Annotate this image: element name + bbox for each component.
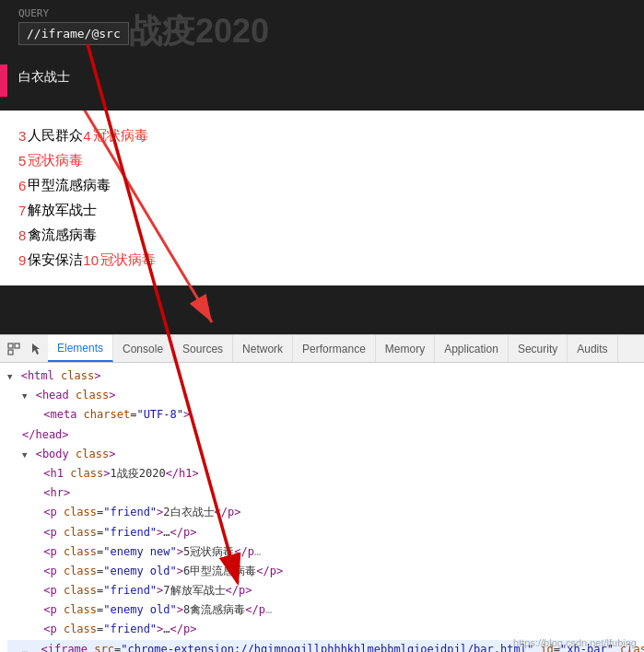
xml-line-h1: <h1 class>1战疫2020</h1> [7, 464, 637, 483]
xml-line-p-enemy-new: <p class="enemy new">5冠状病毒</p… [7, 542, 637, 562]
content-row-5: 5 冠状病毒 [18, 152, 626, 169]
svg-rect-3 [15, 343, 19, 348]
row-text-3: 人民群众 [28, 127, 83, 145]
tab-sources[interactable]: Sources [173, 335, 233, 362]
tab-console[interactable]: Console [113, 335, 173, 362]
baiyi-label: 白衣战士 [18, 69, 70, 86]
content-row-3: 3 人民群众 4 冠状病毒 [18, 127, 626, 145]
devtools-body: ▼ <html class> ▼ <head class> <meta char… [0, 363, 644, 652]
row-num-6: 6 [18, 178, 26, 193]
row-num-3: 3 [18, 128, 26, 144]
tab-security[interactable]: Security [509, 335, 568, 362]
devtools-panel: Elements Console Sources Network Perform… [0, 334, 644, 652]
row-text-5: 冠状病毒 [28, 152, 83, 169]
tab-elements[interactable]: Elements [48, 335, 113, 362]
svg-marker-5 [32, 343, 40, 355]
row-num-4: 4 [83, 128, 90, 144]
tab-audits[interactable]: Audits [568, 335, 617, 362]
devtools-tabs: Elements Console Sources Network Perform… [0, 335, 644, 363]
row-text-8: 禽流感病毒 [28, 227, 97, 244]
row-text-10: 冠状病毒 [100, 251, 156, 269]
xml-line-body: ▼ <body class> [7, 445, 637, 464]
sidebar-indicator [0, 64, 7, 97]
main-content: 3 人民群众 4 冠状病毒 5 冠状病毒 6 甲型流感病毒 7 解放军战士 8 … [0, 111, 644, 285]
svg-rect-4 [8, 350, 13, 355]
xml-line-p-friend1: <p class="friend">2白衣战士</p> [7, 503, 637, 522]
query-value[interactable]: //iframe/@src [18, 22, 129, 45]
devtools-inspect-icon[interactable] [4, 339, 24, 359]
xml-line-p-friend2: <p class="friend">…</p> [7, 523, 637, 542]
row-text-9: 保安保洁 [28, 251, 83, 269]
row-num-5: 5 [18, 153, 26, 169]
row-text-6: 甲型流感病毒 [28, 177, 111, 194]
ellipsis-left: … [22, 645, 28, 652]
xml-line-p-friend3: <p class="friend">7解放军战士</p> [7, 581, 637, 600]
xml-line-p-enemy-old1: <p class="enemy old">6甲型流感病毒</p> [7, 562, 637, 581]
xml-line-hr: <hr> [7, 483, 637, 503]
content-row-6: 6 甲型流感病毒 [18, 177, 626, 194]
tab-memory[interactable]: Memory [376, 335, 435, 362]
row-num-8: 8 [18, 227, 26, 243]
content-row-9: 9 保安保洁 10 冠状病毒 [18, 251, 626, 269]
xml-line-meta: <meta charset="UTF-8"> [7, 405, 637, 425]
watermark: https://blog.csdn.net/lfubing [513, 637, 637, 648]
xml-line-head: ▼ <head class> [7, 386, 637, 405]
content-row-7: 7 解放军战士 [18, 202, 626, 219]
page-title-overlay: 战疫2020 [129, 9, 269, 54]
row-num-7: 7 [18, 203, 26, 218]
tab-performance[interactable]: Performance [293, 335, 376, 362]
iframe-src-url[interactable]: "chrome-extension://hgimnogjllphhhkhlmeb… [121, 643, 533, 652]
xml-line-head-close: </head> [7, 425, 637, 445]
devtools-cursor-icon[interactable] [26, 339, 46, 359]
row-num-9: 9 [18, 252, 26, 268]
collapse-body[interactable]: ▼ [22, 448, 27, 461]
row-num-10: 10 [83, 252, 99, 268]
tab-application[interactable]: Application [435, 335, 509, 362]
query-label: QUERY [18, 7, 49, 19]
tab-network[interactable]: Network [233, 335, 293, 362]
xml-line-p-enemy-old2: <p class="enemy old">8禽流感病毒</p… [7, 600, 637, 620]
content-row-8: 8 禽流感病毒 [18, 227, 626, 244]
top-dark-area: QUERY //iframe/@src 战疫2020 白衣战士 [0, 0, 644, 111]
row-text-7: 解放军战士 [28, 202, 97, 219]
svg-rect-2 [8, 343, 13, 348]
collapse-html[interactable]: ▼ [7, 370, 12, 383]
xml-line-html: ▼ <html class> [7, 367, 637, 386]
row-text-4: 冠状病毒 [93, 127, 148, 145]
collapse-head[interactable]: ▼ [22, 390, 27, 402]
